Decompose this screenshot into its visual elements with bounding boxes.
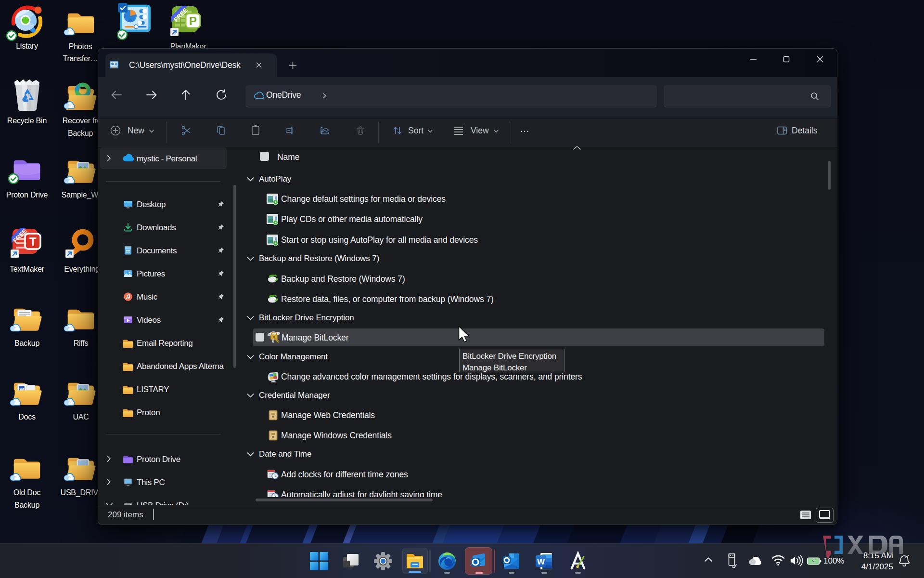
- svg-text:W: W: [537, 557, 545, 566]
- svg-text:T: T: [29, 235, 37, 248]
- svg-text:P: P: [189, 14, 197, 27]
